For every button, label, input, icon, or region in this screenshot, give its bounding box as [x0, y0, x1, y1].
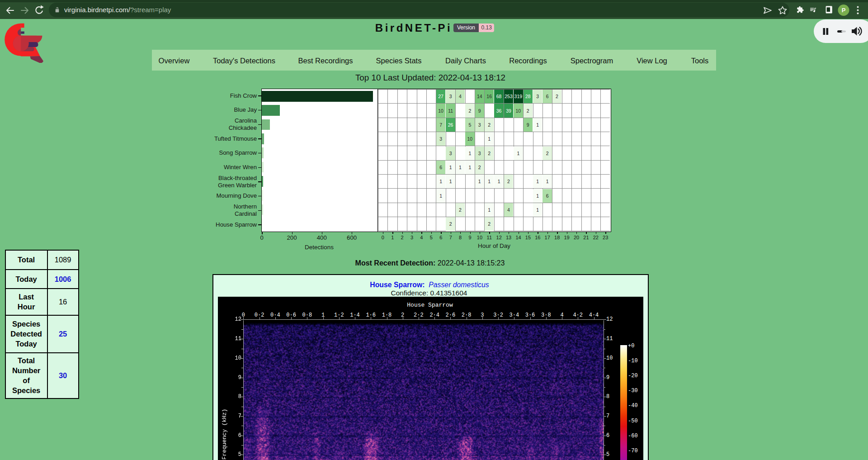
svg-text:P: P: [842, 7, 846, 14]
